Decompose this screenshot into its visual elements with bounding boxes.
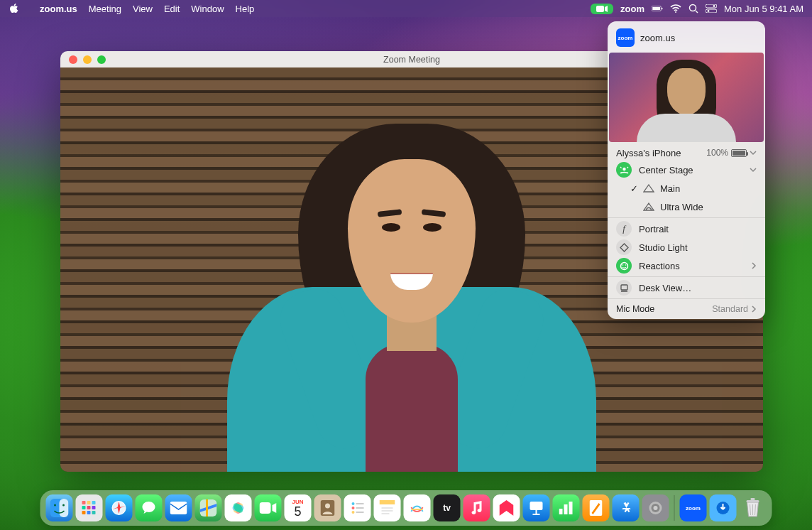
dock-music[interactable] [463,494,490,521]
dock: JUN 5 tv zoom [40,490,772,526]
svg-rect-27 [82,511,86,514]
svg-rect-51 [530,502,543,510]
svg-point-12 [620,262,627,269]
desk-view-icon [616,280,632,296]
camera-option-ultrawide[interactable]: Ultra Wide [608,198,765,216]
svg-rect-26 [92,506,96,509]
svg-point-5 [689,5,696,11]
dock-divider [674,495,675,521]
svg-rect-32 [170,502,187,514]
dock-mail[interactable] [165,494,192,521]
dock-keynote[interactable] [523,494,550,521]
checkmark-icon: ✓ [626,183,642,194]
menubar-status-app[interactable]: zoom [620,4,644,14]
portrait-label: Portrait [639,224,669,234]
svg-rect-15 [621,285,627,290]
window-title: Zoom Meeting [383,55,440,65]
chevron-right-icon [751,262,757,269]
camera-option-main[interactable]: ✓ Main [608,179,765,198]
svg-point-8 [713,5,715,7]
reactions-icon [616,258,632,274]
svg-rect-47 [380,500,395,504]
dock-trash[interactable] [740,494,767,521]
menubar-item-window[interactable]: Window [191,4,224,14]
dock-finder[interactable] [46,494,73,521]
dock-facetime[interactable] [255,494,282,521]
svg-point-41 [352,502,355,505]
dock-zoom[interactable]: zoom [680,494,707,521]
svg-rect-24 [82,506,86,509]
portrait-icon: f [616,221,632,237]
menubar-item-edit[interactable]: Edit [164,4,180,14]
portrait-row[interactable]: f Portrait [608,220,765,238]
fullscreen-button[interactable] [97,55,106,64]
dock-settings[interactable] [642,494,669,521]
svg-point-19 [54,504,56,507]
svg-rect-28 [87,511,91,514]
apple-menu-icon[interactable] [9,3,20,14]
dock-contacts[interactable] [314,494,341,521]
video-effects-popover: zoom zoom.us Alyssa's iPhone 100% Center… [608,21,765,319]
continuity-camera-badge[interactable] [591,4,613,14]
zoom-app-icon: zoom [616,28,635,47]
svg-point-45 [352,511,355,514]
chevron-down-icon [750,166,757,173]
wifi-icon[interactable] [670,4,681,13]
chevron-down-icon [750,149,757,156]
menubar-clock[interactable]: Mon Jun 5 9:41 AM [724,4,803,14]
device-battery-percent: 100% [706,148,728,158]
dock-numbers[interactable] [553,494,580,521]
mic-mode-row[interactable]: Mic Mode Standard [608,301,765,319]
dock-reminders[interactable] [344,494,371,521]
menubar-item-help[interactable]: Help [236,4,255,14]
camera-main-label: Main [660,183,680,194]
svg-point-4 [675,11,676,13]
dock-tv[interactable]: tv [434,494,461,521]
svg-rect-18 [60,499,69,517]
svg-point-10 [708,10,710,12]
svg-rect-23 [92,501,96,504]
svg-rect-25 [87,506,91,509]
device-name: Alyssa's iPhone [616,148,681,158]
close-button[interactable] [69,55,77,64]
dock-safari[interactable] [106,494,133,521]
svg-rect-2 [652,7,660,10]
device-row[interactable]: Alyssa's iPhone 100% [608,142,765,161]
menubar-item-meeting[interactable]: Meeting [89,4,121,14]
dock-photos[interactable] [225,494,252,521]
dock-appstore[interactable] [613,494,640,521]
svg-rect-44 [356,507,364,509]
dock-pages[interactable] [583,494,610,521]
svg-point-40 [325,504,330,509]
desk-view-row[interactable]: Desk View… [608,278,765,297]
minimize-button[interactable] [83,55,92,64]
menubar-app-name[interactable]: zoom.us [40,4,77,14]
camera-ultrawide-label: Ultra Wide [660,202,703,212]
dock-calendar[interactable]: JUN 5 [285,494,312,521]
svg-rect-29 [92,511,96,514]
battery-icon[interactable] [652,4,663,13]
mic-mode-value: Standard [712,304,748,314]
dock-freeform[interactable] [404,494,431,521]
svg-rect-9 [706,9,717,13]
spotlight-icon[interactable] [688,4,698,13]
svg-rect-53 [533,514,540,515]
dock-downloads[interactable] [710,494,737,521]
svg-point-20 [62,504,65,507]
lens-wide-icon [643,202,654,211]
menubar-item-view[interactable]: View [133,4,153,14]
dock-launchpad[interactable] [76,494,103,521]
center-stage-row[interactable]: Center Stage [608,161,765,179]
dock-messages[interactable] [136,494,163,521]
svg-rect-38 [260,502,271,514]
svg-point-60 [654,506,658,510]
svg-rect-0 [596,6,604,12]
dock-news[interactable] [493,494,520,521]
dock-maps[interactable] [195,494,222,521]
control-center-icon[interactable] [706,4,717,13]
camera-preview [609,53,764,142]
dock-notes[interactable] [374,494,401,521]
svg-rect-55 [564,504,568,514]
reactions-row[interactable]: Reactions [608,256,765,275]
studio-light-row[interactable]: Studio Light [608,238,765,256]
